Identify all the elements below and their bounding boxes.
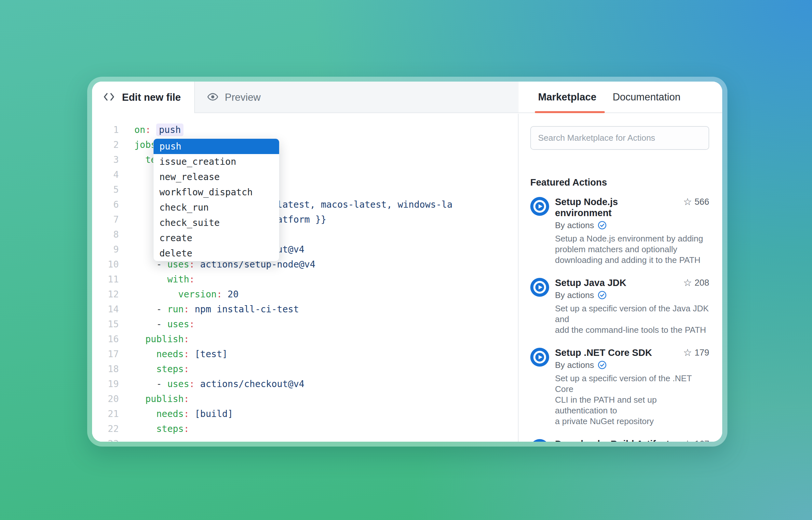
line-number: 1 [92, 123, 119, 137]
autocomplete-dropdown[interactable]: pushissue_creationnew_releaseworkflow_di… [153, 138, 279, 261]
line-number: 11 [92, 272, 119, 287]
code-text: publish: [134, 334, 189, 344]
workflow-editor-window: Edit new file Preview 1on: push2jobs:3 t… [92, 82, 722, 442]
featured-actions-list: Setup Node.js environment☆566By actionsS… [530, 196, 709, 442]
code-text: - run: npm install-ci-test [134, 304, 299, 315]
code-line: 12 version: 20 [92, 287, 518, 302]
code-line: 18 steps: [92, 362, 518, 377]
featured-action-item[interactable]: Download a Build Artifact☆167By actionsD… [530, 438, 709, 442]
code-line: 15 - uses: [92, 317, 518, 332]
action-byline: By actions [555, 360, 709, 370]
action-byline: By actions [555, 220, 709, 230]
desktop-background: Edit new file Preview 1on: push2jobs:3 t… [0, 0, 812, 520]
code-line: 17 needs: [test] [92, 347, 518, 362]
verified-badge-icon [597, 290, 607, 300]
marketplace-search-input[interactable] [531, 133, 709, 143]
marketplace-tab-bar: Marketplace Documentation [519, 82, 722, 113]
autocomplete-option[interactable]: new_release [153, 169, 279, 185]
code-text: steps: [134, 364, 189, 374]
play-circle-icon [530, 278, 549, 297]
star-count-value: 566 [694, 197, 709, 207]
star-icon: ☆ [683, 196, 692, 207]
code-line: 22 steps: [92, 421, 518, 437]
line-number: 7 [92, 212, 119, 227]
line-number: 20 [92, 392, 119, 407]
star-icon: ☆ [683, 277, 692, 288]
code-text: - uses: actions/checkout@v4 [134, 379, 304, 389]
featured-actions-heading: Featured Actions [530, 177, 709, 188]
code-line: 11 with: [92, 272, 518, 287]
tab-edit-new-file[interactable]: Edit new file [92, 82, 195, 113]
line-number: 2 [92, 137, 119, 152]
featured-action-item[interactable]: Setup Node.js environment☆566By actionsS… [530, 196, 709, 265]
code-line: 21 needs: [build] [92, 407, 518, 421]
line-number: 12 [92, 287, 119, 302]
byline-text: By actions [555, 290, 594, 300]
star-count-value: 208 [694, 278, 709, 288]
featured-action-item[interactable]: Setup Java JDK☆208By actionsSet up a spe… [530, 277, 709, 335]
byline-text: By actions [555, 360, 594, 370]
star-count: ☆208 [683, 277, 709, 288]
code-text: on: push [134, 125, 183, 135]
tab-edit-label: Edit new file [122, 92, 181, 103]
autocomplete-option[interactable]: delete [153, 246, 279, 261]
verified-badge-icon [597, 360, 607, 370]
featured-action-item[interactable]: Setup .NET Core SDK☆179By actionsSet up … [530, 347, 709, 427]
autocomplete-option[interactable]: create [153, 230, 279, 246]
line-number: 5 [92, 182, 119, 197]
code-text: with: [134, 274, 195, 285]
line-number: 21 [92, 407, 119, 421]
action-description: Set up a specific version of the .NET Co… [555, 373, 709, 427]
code-text: needs: [test] [134, 349, 228, 360]
marketplace-panel: Marketplace Documentation Featured Actio… [519, 82, 722, 442]
code-text: - uses: [134, 319, 195, 330]
line-number: 22 [92, 421, 119, 437]
byline-text: By actions [555, 220, 594, 230]
code-line: 14 - run: npm install-ci-test [92, 302, 518, 317]
autocomplete-option[interactable]: issue_creation [153, 154, 279, 169]
code-text: publish: [134, 394, 189, 404]
verified-badge-icon [597, 220, 607, 230]
star-icon: ☆ [683, 438, 692, 442]
tab-marketplace[interactable]: Marketplace [538, 91, 596, 103]
star-icon: ☆ [683, 347, 692, 358]
marketplace-search-box[interactable] [530, 126, 709, 150]
autocomplete-option[interactable]: check_suite [153, 215, 279, 230]
marketplace-content: Featured Actions Setup Node.js environme… [519, 113, 722, 442]
line-number: 10 [92, 257, 119, 272]
editor-tab-bar: Edit new file Preview [92, 82, 519, 113]
star-count: ☆566 [683, 196, 709, 207]
star-count: ☆167 [683, 438, 709, 442]
tab-preview[interactable]: Preview [195, 82, 331, 113]
code-line: 19 - uses: actions/checkout@v4 [92, 377, 518, 392]
play-circle-icon [530, 348, 549, 367]
code-text: needs: [build] [134, 409, 233, 419]
star-count-value: 179 [694, 348, 709, 358]
line-number: 17 [92, 347, 119, 362]
line-number: 4 [92, 167, 119, 182]
code-line: 20 publish: [92, 392, 518, 407]
autocomplete-option[interactable]: check_run [153, 200, 279, 215]
play-circle-icon [530, 439, 549, 442]
tab-preview-label: Preview [225, 92, 261, 103]
autocomplete-option[interactable]: workflow_dispatch [153, 185, 279, 200]
action-description: Set up a specific version of the Java JD… [555, 303, 709, 335]
code-icon [103, 92, 115, 103]
star-count-value: 167 [694, 439, 709, 442]
line-number: 8 [92, 227, 119, 242]
line-number: 16 [92, 332, 119, 347]
code-line: 16 publish: [92, 332, 518, 347]
line-number: 6 [92, 197, 119, 212]
autocomplete-option[interactable]: push [153, 139, 279, 154]
code-text: version: 20 [134, 289, 239, 300]
line-number: 15 [92, 317, 119, 332]
line-number: 19 [92, 377, 119, 392]
line-number: 9 [92, 242, 119, 257]
active-tab-underline [535, 111, 605, 113]
action-description: Setup a Node.js environment by addingpro… [555, 233, 709, 265]
action-byline: By actions [555, 290, 709, 300]
tab-documentation[interactable]: Documentation [613, 91, 681, 103]
line-number: 3 [92, 152, 119, 167]
code-text: steps: [134, 423, 189, 434]
line-number: 14 [92, 302, 119, 317]
